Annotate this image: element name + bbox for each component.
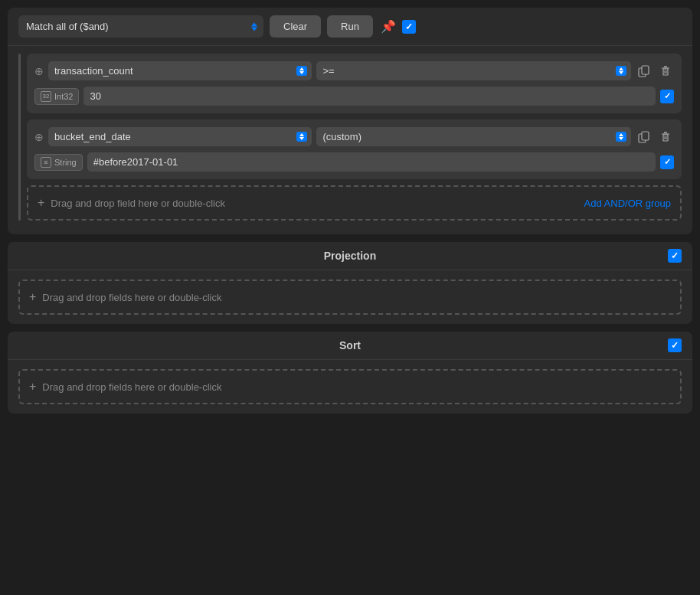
delete-button-0[interactable] (657, 63, 674, 80)
projection-drop-zone-left: + Drag and drop fields here or double-cl… (29, 290, 221, 304)
plus-icon: + (38, 196, 44, 210)
copy-button-0[interactable] (636, 63, 653, 80)
sort-drop-zone-left: + Drag and drop fields here or double-cl… (29, 380, 221, 394)
add-group-link[interactable]: Add AND/OR group (584, 198, 671, 209)
query-header: Match all of ($and) Clear Run 📌 (8, 8, 692, 46)
condition-top-1: ⊕ bucket_end_date (custom) (34, 127, 674, 146)
field-label-1: bucket_end_date (54, 131, 131, 142)
query-drop-zone[interactable]: + Drag and drop field here or double-cli… (27, 185, 682, 221)
op-select-0[interactable]: >= (316, 61, 631, 80)
condition-checkbox-1[interactable] (660, 155, 674, 169)
chevron-down-1 (299, 137, 304, 140)
chevron-up-0 (299, 67, 304, 70)
svg-rect-8 (642, 132, 649, 140)
left-bar (18, 54, 21, 221)
sort-drop-zone-label: Drag and drop fields here or double-clic… (42, 381, 221, 393)
op-chevron-up-0 (619, 67, 623, 70)
sort-plus-icon: + (29, 380, 36, 394)
op-label-1: (custom) (322, 131, 361, 142)
conditions-list: ⊕ transaction_count >= (27, 54, 682, 221)
sort-checkbox[interactable] (668, 338, 682, 352)
sort-header: Sort (8, 332, 692, 360)
value-input-1[interactable] (87, 152, 656, 172)
projection-checkbox[interactable] (668, 249, 682, 263)
drop-zone-left: + Drag and drop field here or double-cli… (38, 196, 225, 210)
field-chevron-0 (296, 66, 307, 76)
query-checkbox[interactable] (402, 20, 416, 34)
projection-drop-zone[interactable]: + Drag and drop fields here or double-cl… (18, 280, 682, 315)
query-panel: Match all of ($and) Clear Run 📌 ⊕ transa (8, 8, 692, 234)
condition-bottom-1: ≡ String (34, 152, 674, 172)
type-icon-0: 32 (41, 91, 51, 102)
projection-drop-zone-label: Drag and drop fields here or double-clic… (42, 292, 221, 303)
condition-card-0: ⊕ transaction_count >= (27, 54, 682, 113)
projection-body: + Drag and drop fields here or double-cl… (8, 270, 692, 324)
chevron-down-0 (299, 71, 304, 74)
drop-zone-label: Drag and drop field here or double-click (51, 198, 225, 209)
op-chevron-up-1 (619, 133, 623, 136)
field-chevron-1 (296, 132, 307, 142)
svg-rect-9 (663, 135, 668, 141)
trash-icon-1 (659, 131, 672, 143)
field-select-1[interactable]: bucket_end_date (48, 127, 312, 146)
value-input-0[interactable] (83, 87, 656, 106)
sort-drop-zone[interactable]: + Drag and drop fields here or double-cl… (18, 369, 682, 404)
op-chevron-down-0 (619, 71, 623, 74)
drag-handle-1[interactable]: ⊕ (34, 131, 44, 143)
projection-panel: Projection + Drag and drop fields here o… (8, 242, 692, 324)
op-select-1[interactable]: (custom) (316, 127, 631, 146)
pin-icon[interactable]: 📌 (381, 19, 396, 34)
condition-checkbox-0[interactable] (660, 90, 674, 103)
type-icon-1: ≡ (41, 157, 51, 168)
delete-button-1[interactable] (657, 129, 674, 145)
condition-card-1: ⊕ bucket_end_date (custom) (27, 119, 682, 179)
field-label-0: transaction_count (54, 65, 133, 77)
projection-plus-icon: + (29, 290, 36, 304)
match-select-wrapper: Match all of ($and) (18, 15, 263, 38)
sort-title: Sort (339, 339, 361, 351)
projection-title: Projection (324, 250, 376, 262)
copy-icon-1 (638, 131, 650, 143)
conditions-container: ⊕ transaction_count >= (18, 54, 682, 221)
condition-top-0: ⊕ transaction_count >= (34, 61, 674, 80)
drag-handle-0[interactable]: ⊕ (34, 65, 44, 77)
match-select[interactable]: Match all of ($and) (18, 15, 263, 38)
projection-header: Projection (8, 242, 692, 270)
sort-panel: Sort + Drag and drop fields here or doub… (8, 332, 692, 414)
svg-rect-2 (663, 69, 668, 75)
field-select-0[interactable]: transaction_count (48, 61, 312, 80)
sort-body: + Drag and drop fields here or double-cl… (8, 360, 692, 414)
op-chevron-0 (616, 66, 626, 76)
op-label-0: >= (322, 65, 334, 77)
svg-rect-1 (642, 66, 649, 74)
clear-button[interactable]: Clear (270, 15, 321, 38)
chevron-up-1 (299, 133, 304, 136)
query-body: ⊕ transaction_count >= (8, 46, 692, 228)
copy-button-1[interactable] (636, 129, 653, 145)
type-badge-0: 32 Int32 (34, 88, 79, 105)
op-chevron-down-1 (619, 137, 623, 140)
type-label-0: Int32 (54, 92, 73, 101)
run-button[interactable]: Run (327, 15, 373, 38)
trash-icon-0 (659, 65, 672, 77)
condition-bottom-0: 32 Int32 (34, 87, 674, 106)
type-label-1: String (54, 158, 77, 167)
copy-icon-0 (638, 65, 650, 77)
type-badge-1: ≡ String (34, 154, 83, 171)
op-chevron-1 (616, 132, 626, 142)
